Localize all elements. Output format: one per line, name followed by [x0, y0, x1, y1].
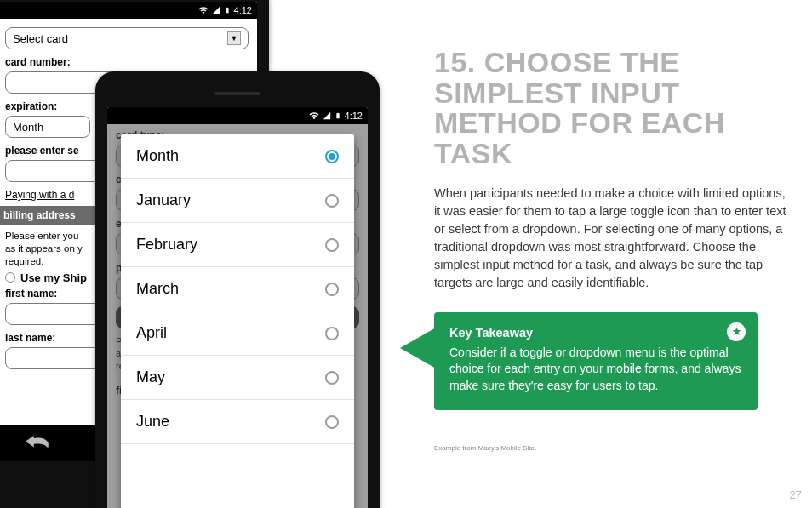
- radio-icon: [325, 238, 339, 252]
- radio-selected-icon: [325, 150, 339, 163]
- radio-icon: [325, 283, 339, 296]
- month-option-may[interactable]: May: [121, 356, 354, 400]
- radio-icon: [325, 415, 339, 429]
- phone-front-frame: 4:12 card type: c e p P a re fi Month: [95, 71, 380, 508]
- select-card-value: Select card: [13, 32, 68, 45]
- radio-icon: [325, 327, 339, 340]
- expiration-month-value: Month: [13, 121, 43, 134]
- radio-icon: [325, 371, 339, 385]
- callout-arrow-icon: [400, 328, 436, 368]
- wifi-icon: [198, 5, 209, 15]
- caption-text: Example from Macy's Mobile Site.: [434, 444, 792, 452]
- takeaway-desc: Consider if a toggle or dropdown menu is…: [449, 345, 742, 395]
- status-time: 4:12: [234, 5, 252, 15]
- radio-icon: [325, 194, 339, 208]
- signal-icon: [323, 111, 331, 120]
- month-option-january[interactable]: January: [121, 179, 354, 223]
- status-bar: 4:12: [0, 2, 257, 19]
- wifi-icon: [309, 111, 319, 121]
- page-title: 15. Choose the simplest input method for…: [434, 48, 792, 169]
- phone-earpiece: [214, 92, 260, 95]
- use-shipping-label: Use my Ship: [20, 271, 87, 284]
- page-number: 27: [790, 488, 802, 501]
- content-column: 15. Choose the simplest input method for…: [434, 48, 792, 452]
- month-option-march[interactable]: March: [121, 267, 354, 311]
- phone-front-screen: 4:12 card type: c e p P a re fi Month: [107, 107, 368, 508]
- expiration-month-dropdown[interactable]: Month: [5, 116, 90, 138]
- status-bar-front: 4:12: [107, 107, 368, 124]
- month-option-april[interactable]: April: [121, 311, 354, 356]
- back-icon[interactable]: [26, 436, 51, 451]
- key-takeaway-box: Key Takeaway Consider if a toggle or dro…: [434, 312, 758, 410]
- month-option-label: May: [136, 368, 165, 386]
- chevron-down-icon: ▼: [227, 31, 241, 45]
- month-option-label: January: [136, 191, 191, 209]
- month-option-label: March: [136, 280, 179, 298]
- month-picker-modal: Month January February March April May: [121, 134, 354, 508]
- takeaway-title: Key Takeaway: [449, 326, 742, 340]
- battery-icon: [224, 5, 231, 15]
- month-option-label: Month: [136, 147, 179, 165]
- month-option-label: June: [136, 413, 169, 431]
- card-number-label: card number:: [5, 56, 249, 68]
- select-card-dropdown[interactable]: Select card ▼: [5, 27, 249, 49]
- star-badge-icon: [727, 322, 746, 341]
- month-option-june[interactable]: June: [121, 400, 354, 444]
- month-option-month[interactable]: Month: [121, 134, 354, 179]
- status-time-front: 4:12: [345, 111, 363, 121]
- checkbox-icon: [5, 272, 15, 283]
- month-option-label: April: [136, 324, 167, 342]
- month-option-february[interactable]: February: [121, 223, 354, 267]
- body-paragraph: When participants needed to make a choic…: [434, 185, 792, 292]
- battery-icon: [335, 111, 341, 121]
- month-option-label: February: [136, 236, 197, 254]
- signal-icon: [212, 6, 220, 14]
